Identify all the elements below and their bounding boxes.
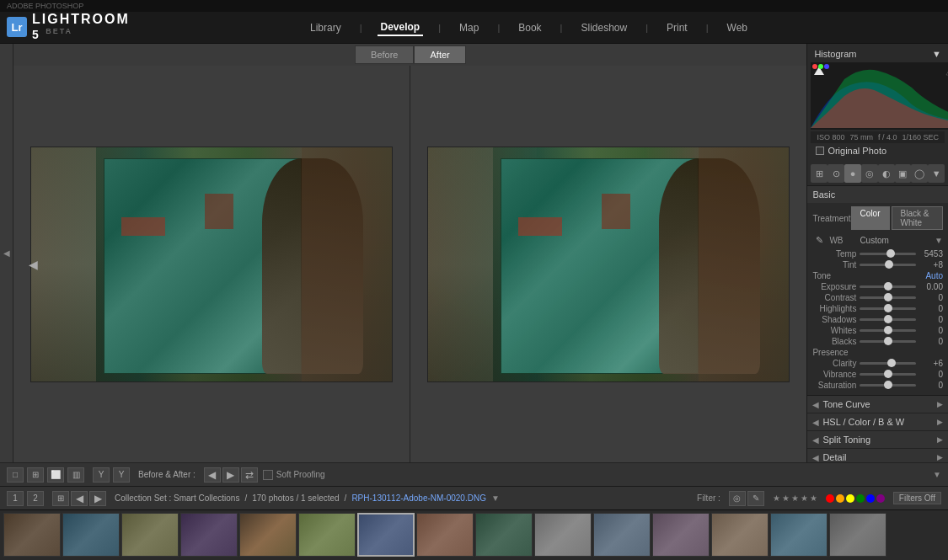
film-thumb-8[interactable] (416, 513, 474, 557)
whites-slider[interactable] (860, 329, 916, 332)
saturation-slider[interactable] (860, 384, 916, 387)
nav-prev-arrow[interactable]: ◀ (204, 467, 221, 483)
auto-btn[interactable]: Auto (925, 271, 943, 280)
tint-slider[interactable] (860, 264, 916, 266)
y2-toggle[interactable]: Y (113, 467, 130, 483)
eyedropper-icon[interactable]: ✎ (812, 233, 826, 247)
after-photo (427, 147, 790, 382)
star3[interactable]: ★ (791, 493, 799, 503)
contrast-slider[interactable] (860, 296, 916, 299)
nav-print[interactable]: Print (663, 20, 691, 35)
temp-slider[interactable] (860, 253, 916, 255)
film-thumb-7-selected[interactable] (357, 513, 415, 557)
brush-tool[interactable]: ◐ (878, 164, 895, 183)
nav-book[interactable]: Book (515, 20, 544, 35)
filmstrip-view-2[interactable]: 2 (27, 491, 44, 506)
green-filter[interactable] (856, 494, 865, 503)
star4[interactable]: ★ (801, 493, 808, 503)
film-thumb-4[interactable] (180, 513, 238, 557)
bw-btn[interactable]: Black & White (892, 206, 944, 230)
left-panel: ◀ (0, 44, 13, 462)
after-tab[interactable]: After (414, 45, 465, 64)
star1[interactable]: ★ (773, 493, 780, 503)
nav-library[interactable]: Library (307, 20, 345, 35)
film-thumb-11[interactable] (593, 513, 651, 557)
filter-icon1[interactable]: ◎ (729, 491, 746, 506)
nav-swap[interactable]: ⇄ (241, 467, 258, 483)
grid-view-btn[interactable]: ⊞ (27, 467, 44, 483)
star2[interactable]: ★ (782, 493, 790, 503)
shadows-row: Shadows 0 (812, 315, 943, 324)
film-thumb-6[interactable] (298, 513, 356, 557)
orange-filter[interactable] (836, 494, 844, 503)
gradient-tool[interactable]: ▣ (895, 164, 912, 183)
nav-map[interactable]: Map (456, 20, 482, 35)
split-toning-panel[interactable]: ◀ Split Toning ▶ (807, 431, 948, 449)
soft-proofing-checkbox[interactable] (263, 470, 273, 480)
svg-point-2 (812, 64, 817, 69)
side-by-side-btn[interactable]: ⬜ (47, 467, 64, 483)
focal-value: 75 mm (849, 133, 873, 141)
filename-link[interactable]: RPH-130112-Adobe-NM-0020.DNG (351, 493, 486, 503)
basic-panel: Basic Treatment Color Black & White ✎ WB… (807, 186, 948, 396)
filter-icon2[interactable]: ✎ (747, 491, 764, 506)
left-collapse-arrow[interactable]: ◀ (29, 258, 38, 271)
nav-develop[interactable]: Develop (378, 19, 424, 36)
shadows-slider[interactable] (860, 318, 916, 321)
star5[interactable]: ★ (810, 493, 817, 503)
nav-next-arrow[interactable]: ▶ (222, 467, 239, 483)
filters-off-btn[interactable]: Filters Off (893, 492, 941, 504)
basic-panel-header[interactable]: Basic (807, 186, 948, 203)
film-thumb-10[interactable] (534, 513, 592, 557)
film-thumb-14[interactable] (770, 513, 827, 557)
clarity-slider[interactable] (860, 362, 916, 365)
wb-value[interactable]: Custom (860, 236, 935, 245)
layout-btn1[interactable]: ⊞ (52, 491, 69, 506)
vert-split-btn[interactable]: ▥ (67, 467, 84, 483)
blue-filter[interactable] (866, 494, 875, 503)
highlights-slider[interactable] (860, 307, 916, 310)
histogram-header: Histogram ▼ (811, 47, 945, 61)
layout-prev[interactable]: ◀ (71, 491, 88, 506)
vibrance-slider[interactable] (860, 373, 916, 376)
split-toning-title: Split Toning (822, 435, 870, 445)
purple-filter[interactable] (876, 494, 885, 503)
wb-dropdown[interactable]: ▼ (935, 236, 943, 245)
before-after-label: Before & After : (138, 470, 195, 479)
before-tab[interactable]: Before (355, 45, 414, 64)
nav-web[interactable]: Web (724, 20, 751, 35)
layout-next[interactable]: ▶ (89, 491, 106, 506)
color-btn[interactable]: Color (851, 206, 890, 230)
red-filter[interactable] (826, 494, 834, 503)
radial-tool[interactable]: ◯ (911, 164, 928, 183)
filmstrip-view-1[interactable]: 1 (7, 491, 24, 506)
hsl-panel[interactable]: ◀ HSL / Color / B & W ▶ (807, 413, 948, 431)
film-thumb-9[interactable] (475, 513, 533, 557)
film-thumb-1[interactable] (3, 513, 61, 557)
detail-panel[interactable]: ◀ Detail ▶ (807, 449, 948, 462)
toolbar-expand[interactable]: ▼ (933, 470, 941, 479)
film-thumb-3[interactable] (121, 513, 179, 557)
yellow-filter[interactable] (846, 494, 854, 503)
left-panel-toggle[interactable]: ◀ (2, 248, 11, 258)
nav-slideshow[interactable]: Slideshow (577, 20, 630, 35)
tool-expand[interactable]: ▼ (928, 164, 945, 183)
film-thumb-12[interactable] (652, 513, 710, 557)
film-thumb-13[interactable] (711, 513, 769, 557)
film-thumb-15[interactable] (829, 513, 886, 557)
single-view-btn[interactable]: □ (7, 467, 24, 483)
tone-curve-panel[interactable]: ◀ Tone Curve ▶ (807, 396, 948, 413)
crop-tool[interactable]: ⊙ (827, 164, 844, 183)
exposure-slider[interactable] (860, 285, 916, 288)
spot-tool[interactable]: ● (844, 164, 861, 183)
film-thumb-2[interactable] (62, 513, 120, 557)
y-toggle[interactable]: Y (93, 467, 110, 483)
grid-tool[interactable]: ⊞ (811, 164, 827, 183)
original-photo-checkbox[interactable] (816, 147, 824, 155)
histogram-expand[interactable]: ▼ (932, 49, 941, 59)
photo-count: 170 photos / 1 selected (252, 493, 339, 503)
blacks-slider[interactable] (860, 340, 916, 343)
redeye-tool[interactable]: ◎ (861, 164, 878, 183)
film-thumb-5[interactable] (239, 513, 297, 557)
filename-dropdown[interactable]: ▼ (491, 493, 500, 503)
